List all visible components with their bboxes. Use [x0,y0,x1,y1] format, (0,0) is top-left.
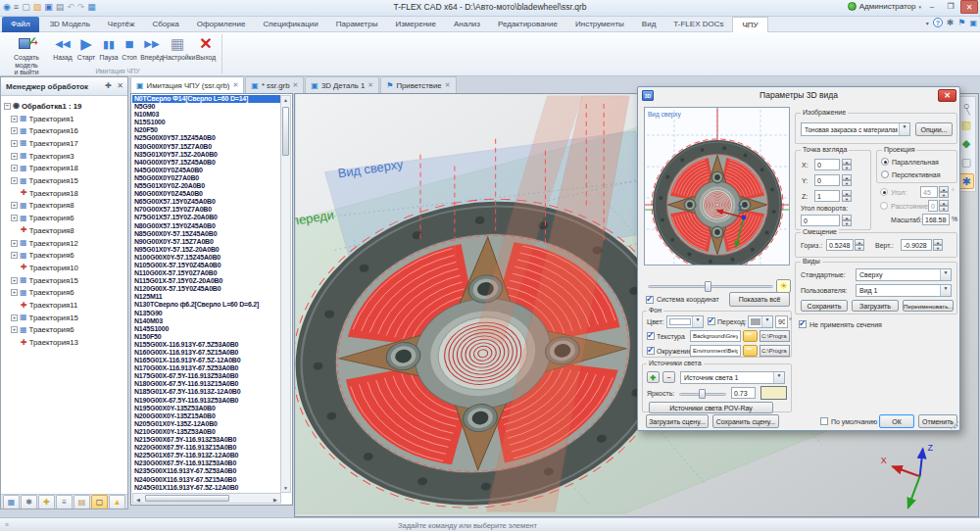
scroll-down-icon[interactable]: ▼ [281,485,290,491]
tree-item[interactable]: +▦Траектория8 [11,200,74,212]
expand-icon[interactable]: + [11,116,18,122]
materials-icon[interactable]: ◆ [958,136,974,152]
rotation-angle-spinner[interactable]: ▲▼ [842,215,852,226]
gcode-line[interactable]: N240G00X116.913Y-67.5Z15A0B0 [132,476,281,484]
dialog-close-button[interactable]: ✕ [938,89,956,102]
panel-tab-grid[interactable]: ▦ [3,495,20,508]
gcode-line[interactable]: N95G01X0Y-57.15Z-20A0B0 [132,246,281,254]
tree-item[interactable]: +▦Траектория17 [11,137,78,149]
viewpoint-x-input[interactable] [814,159,840,170]
gcode-line[interactable]: N25G00X0Y57.15Z45A0B0 [132,134,281,142]
panel-tab-warning[interactable]: ▲ [109,495,125,508]
tree-item[interactable]: ✚Траектория13 [21,337,78,349]
close-tab-icon[interactable]: ✕ [232,81,238,89]
environment-path-button[interactable]: C:\Progra [760,345,790,357]
tree-item[interactable]: +▦Траектория12 [11,237,78,249]
offset-h-input[interactable] [826,239,854,251]
tree-item[interactable]: +▦Траектория1 [11,113,74,124]
view-preview[interactable]: ZВид сверху [644,107,790,266]
tree-item[interactable]: ✚Траектория18 [21,187,78,199]
proj-angle-spinner[interactable]: ▲▼ [939,186,949,198]
ribbon-button-settings[interactable]: ▦Настройки [163,34,192,62]
flag-icon[interactable]: ⚑ [957,18,965,27]
gcode-vertical-scrollbar[interactable]: ▲ ▼ [280,95,291,493]
gcode-line[interactable]: N205G01X0Y-135Z-12A0B0 [132,420,281,428]
gcode-line[interactable]: N70G00X57.15Y0Z7A0B0 [132,206,281,214]
gcode-line[interactable]: N105G00X-57.15Y0Z45A0B0 [132,262,281,269]
expand-icon[interactable]: + [11,326,18,333]
gcode-line[interactable]: N190G00X-67.5Y-116.913Z53A0B0 [132,397,281,405]
expand-icon[interactable]: + [11,277,18,284]
panel-tab-folders[interactable]: ▤ [74,495,90,508]
expand-icon[interactable]: + [11,215,18,221]
gcode-line[interactable]: N200G00X0Y-135Z15A0B0 [132,412,281,420]
help-icon[interactable]: ? [933,18,943,27]
y-spinner[interactable]: ▲▼ [842,174,852,186]
gcode-line[interactable]: N180G00X-67.5Y-116.913Z15A0B0 [132,380,281,388]
tree-item[interactable]: +▦Траектория16 [11,125,78,137]
scale-input[interactable] [922,214,950,225]
gcode-line[interactable]: N35G01X0Y57.15Z-20A0B0 [132,151,281,159]
status-chevron-icon[interactable]: » [5,521,9,528]
gcode-line[interactable]: N165G01X-116.913Y-67.5Z-12A0B0 [132,357,281,364]
environment-checkbox[interactable] [647,347,655,355]
texture-path-button[interactable]: C:\Progra [760,330,790,342]
maximize-button[interactable]: ❐ [942,0,959,14]
user-view-select[interactable]: Вид 1 ▼ [856,284,952,297]
gcode-line[interactable]: N235G00X116.913Y-67.5Z53A0B0 [132,467,281,475]
gcode-line[interactable]: N110G00X-57.15Y0Z7A0B0 [132,269,281,277]
tree-item[interactable]: +▦Траектория15 [11,175,78,187]
environment-file-input[interactable] [690,345,741,357]
gcode-line[interactable]: N50G00X0Y0Z7A0B0 [132,174,281,182]
gcode-line[interactable]: N150F50 [132,333,281,341]
close-tab-icon[interactable]: ✕ [445,81,451,89]
scroll-right-icon[interactable]: ▶ [271,497,279,503]
expand-icon[interactable]: + [11,165,18,171]
load-view-button[interactable]: Загрузить [852,300,899,312]
ribbon-tab-редактирование[interactable]: Редактирование [489,17,566,32]
gcode-line[interactable]: N155G00X-116.913Y-67.5Z53A0B0 [132,341,281,349]
offset-v-input[interactable] [901,239,932,251]
expand-icon[interactable]: + [11,202,18,209]
expand-icon[interactable]: + [11,153,18,160]
gcode-line[interactable]: N130TСверло ф6.2[Сверло L=60 D=6.2] [132,301,281,309]
ok-button[interactable]: ОК [879,414,914,428]
light-bulb-icon[interactable]: ☀ [776,279,791,293]
view-settings-icon[interactable]: ✱ [958,173,974,189]
ribbon-tab-t-flex-docs[interactable]: T-FLEX DOCs [664,17,732,32]
gcode-line[interactable]: N15S1000 [132,119,281,126]
tree-item[interactable]: ✚Траектория10 [21,262,78,273]
gcode-line[interactable]: N245G01X116.913Y-67.5Z-12A0B0 [132,484,281,492]
scroll-left-icon[interactable]: ◀ [134,497,142,503]
close-tab-icon[interactable]: ✕ [368,81,373,89]
gcode-line[interactable]: N45G00X0Y0Z45A0B0 [132,167,281,174]
close-button[interactable]: ✕ [960,0,978,14]
gcode-line[interactable]: N55G01X0Y0Z-20A0B0 [132,182,281,190]
default-checkbox[interactable] [820,417,828,425]
transition-angle-input[interactable] [775,315,788,328]
gcode-line[interactable]: N30G00X0Y57.15Z7A0B0 [132,143,281,151]
gcode-horizontal-scrollbar[interactable]: ◀ ▶ [132,493,281,504]
ribbon-button-forward[interactable]: ▶▶Вперёд [139,34,165,62]
gear-icon[interactable]: ✱ [947,18,955,27]
expand-icon[interactable]: + [11,127,18,134]
scroll-up-icon[interactable]: ▲ [281,97,290,103]
close-tab-icon[interactable]: ✕ [292,81,298,89]
tree-item[interactable]: +▦Траектория18 [11,163,78,174]
viewpoint-z-input[interactable] [814,190,840,202]
gcode-line[interactable]: N175G00X-67.5Y-116.913Z53A0B0 [132,372,281,380]
ribbon-tab-спецификации[interactable]: Спецификации [254,17,326,32]
ribbon-button-create-model[interactable]: ✓➜Создать модельи выйти [3,34,50,76]
tree-item[interactable]: +▦Траектория15 [11,312,78,323]
gcode-line[interactable]: N125M11 [132,293,281,301]
doc-tab[interactable]: ▣* ssr.grb✕ [245,76,304,93]
transition-color-select[interactable]: ▼ [748,315,773,328]
gcode-line[interactable]: N145S1000 [132,325,281,333]
gcode-line[interactable]: N75G01X57.15Y0Z-20A0B0 [132,214,281,221]
expand-icon[interactable]: + [11,240,18,247]
gcode-line[interactable]: N225G01X67.5Y-116.913Z-12A0B0 [132,452,281,459]
gcode-line[interactable]: N80G00X57.15Y0Z45A0B0 [132,222,281,230]
perspective-radio[interactable] [881,170,889,178]
parallel-radio[interactable] [881,158,889,166]
doc-tab[interactable]: ⚑Приветствие✕ [380,76,456,93]
